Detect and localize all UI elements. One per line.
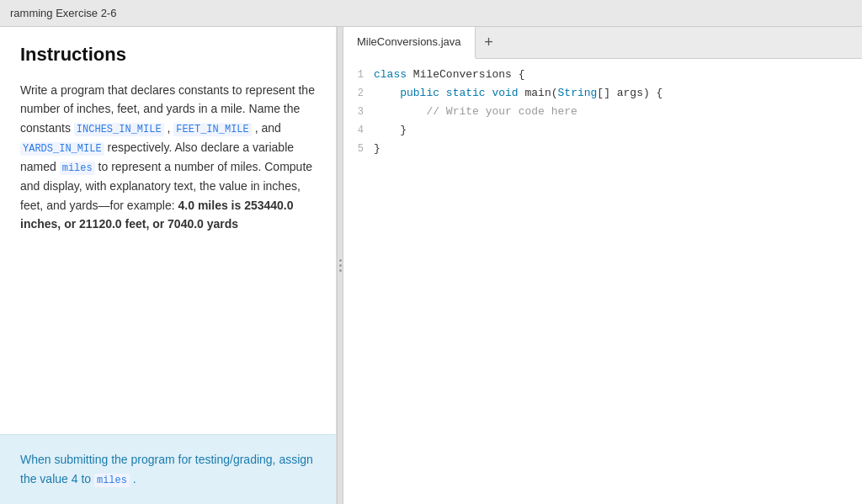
resize-handle[interactable] [337, 27, 343, 504]
top-bar-title: ramming Exercise 2-6 [10, 7, 116, 19]
tab-add-icon: + [484, 34, 493, 51]
line-number-1: 1 [343, 66, 374, 84]
constant-yards: YARDS_IN_MILE [20, 142, 104, 156]
resize-dot-1 [339, 259, 342, 262]
code-line-5: 5 } [343, 140, 862, 158]
line-number-5: 5 [343, 140, 374, 158]
constant-inches: INCHES_IN_MILE [74, 123, 164, 136]
line-number-2: 2 [343, 84, 374, 103]
hint-text: When submitting the program for testing/… [20, 450, 316, 489]
code-area[interactable]: 1 class MileConversions { 2 public stati… [343, 59, 862, 504]
code-line-2: 2 public static void main(String[] args)… [343, 84, 862, 103]
resize-dot-3 [339, 269, 342, 272]
tab-label: MileConversions.java [357, 35, 461, 48]
hint-suffix: . [130, 472, 136, 485]
code-line-1: 1 class MileConversions { [343, 66, 862, 84]
line-content-2: public static void main(String[] args) { [374, 84, 862, 103]
instructions-and: , and [252, 121, 281, 135]
instructions-content: Instructions Write a program that declar… [0, 27, 336, 434]
line-content-1: class MileConversions { [374, 66, 862, 84]
resize-dot-2 [339, 264, 342, 267]
instructions-title: Instructions [20, 44, 316, 66]
line-number-4: 4 [343, 121, 374, 140]
hint-miles-var: miles [94, 474, 130, 487]
tab-mile-conversions[interactable]: MileConversions.java [343, 27, 476, 59]
code-line-3: 3 // Write your code here [343, 103, 862, 121]
line-content-4: } [374, 121, 862, 140]
line-number-3: 3 [343, 103, 374, 121]
line-content-3: // Write your code here [374, 103, 862, 121]
tab-add-button[interactable]: + [476, 27, 503, 59]
instructions-comma-1: , [164, 121, 174, 135]
main-container: Instructions Write a program that declar… [0, 27, 862, 504]
variable-miles: miles [60, 162, 95, 175]
constant-feet: FEET_IN_MILE [173, 123, 251, 136]
editor-panel: MileConversions.java + 1 class MileConve… [343, 27, 862, 504]
instructions-body: Write a program that declares constants … [20, 81, 316, 234]
line-content-5: } [374, 140, 862, 158]
top-bar: ramming Exercise 2-6 [0, 0, 862, 27]
hint-box: When submitting the program for testing/… [0, 434, 336, 504]
code-line-4: 4 } [343, 121, 862, 140]
hint-prefix: When submitting the program for testing/… [20, 453, 313, 485]
instructions-panel: Instructions Write a program that declar… [0, 27, 337, 504]
tab-bar: MileConversions.java + [343, 27, 862, 59]
